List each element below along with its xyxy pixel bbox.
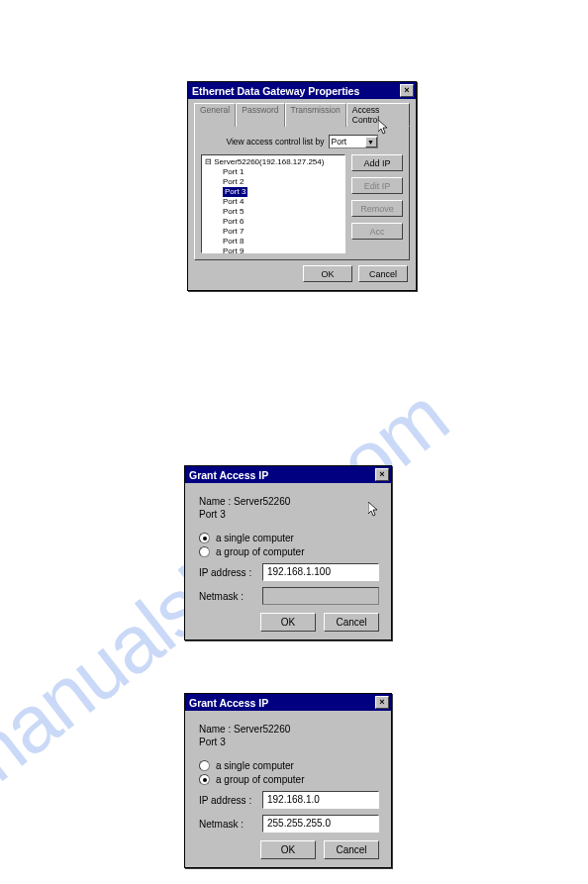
tab-access-control[interactable]: Access Control <box>346 103 410 127</box>
tab-panel: View access control list by Port ▼ ⊟ Ser… <box>194 126 410 260</box>
view-by-combo[interactable]: Port ▼ <box>329 135 378 148</box>
add-ip-button[interactable]: Add IP <box>351 154 403 171</box>
close-icon[interactable]: × <box>400 84 414 97</box>
radio-label: a group of computer <box>216 774 305 785</box>
title-text: Grant Access IP <box>189 469 268 481</box>
remove-button[interactable]: Remove <box>351 200 403 217</box>
radio-icon[interactable] <box>199 760 210 771</box>
radio-label: a single computer <box>216 533 294 543</box>
radio-icon[interactable] <box>199 533 210 543</box>
tree-item-port[interactable]: Port 7 <box>205 227 342 237</box>
acc-button[interactable]: Acc <box>351 223 403 240</box>
ok-button[interactable]: OK <box>260 613 316 632</box>
mask-input <box>262 587 379 605</box>
tree-item-port[interactable]: Port 5 <box>205 207 342 217</box>
info-block: Name : Server52260 Port 3 <box>199 723 379 748</box>
access-tree[interactable]: ⊟ Server52260(192.168.127.254) Port 1Por… <box>201 154 345 253</box>
ok-button[interactable]: OK <box>260 840 316 859</box>
titlebar: Grant Access IP × <box>185 694 391 711</box>
tab-general[interactable]: General <box>194 103 236 127</box>
cancel-button[interactable]: Cancel <box>324 613 379 632</box>
tab-transmission[interactable]: Transmission <box>285 103 346 127</box>
info-block: Name : Server52260 Port 3 <box>199 495 379 521</box>
cancel-button[interactable]: Cancel <box>358 265 408 282</box>
tree-item-port[interactable]: Port 4 <box>205 197 342 207</box>
tab-password[interactable]: Password <box>236 103 284 127</box>
tree-item-port[interactable]: Port 9 <box>205 246 342 256</box>
combo-value: Port <box>332 137 347 147</box>
gateway-properties-dialog: Ethernet Data Gateway Properties × Gener… <box>187 81 417 291</box>
grant-access-dialog-group: Grant Access IP × Name : Server52260 Por… <box>184 693 392 868</box>
grant-access-dialog-single: Grant Access IP × Name : Server52260 Por… <box>184 465 392 640</box>
title-text: Ethernet Data Gateway Properties <box>192 85 359 97</box>
radio-group[interactable]: a group of computer <box>199 774 379 785</box>
titlebar: Grant Access IP × <box>185 466 391 483</box>
chevron-down-icon[interactable]: ▼ <box>365 137 377 147</box>
radio-single[interactable]: a single computer <box>199 533 379 543</box>
radio-single[interactable]: a single computer <box>199 760 379 771</box>
close-icon[interactable]: × <box>375 696 389 709</box>
titlebar: Ethernet Data Gateway Properties × <box>188 82 416 99</box>
ip-input[interactable]: 192.168.1.0 <box>262 791 379 809</box>
ok-button[interactable]: OK <box>303 265 352 282</box>
edit-ip-button[interactable]: Edit IP <box>351 177 403 194</box>
ip-label: IP address : <box>199 795 254 806</box>
radio-icon[interactable] <box>199 546 210 557</box>
ip-label: IP address : <box>199 567 254 578</box>
title-text: Grant Access IP <box>189 697 268 709</box>
button-column: Add IP Edit IP Remove Acc <box>351 154 403 253</box>
ip-input[interactable]: 192.168.1.100 <box>262 563 379 581</box>
cancel-button[interactable]: Cancel <box>324 840 379 859</box>
tree-item-port[interactable]: Port 1 <box>205 167 342 177</box>
view-label: View access control list by <box>226 137 324 147</box>
mask-input[interactable]: 255.255.255.0 <box>262 815 379 833</box>
radio-label: a group of computer <box>216 546 305 557</box>
tree-root[interactable]: ⊟ Server52260(192.168.127.254) <box>205 157 342 167</box>
mask-label: Netmask : <box>199 591 254 602</box>
tree-item-port[interactable]: Port 2 <box>205 177 342 187</box>
radio-group[interactable]: a group of computer <box>199 546 379 557</box>
tab-strip: General Password Transmission Access Con… <box>194 102 410 126</box>
tree-item-port[interactable]: Port 8 <box>205 237 342 246</box>
tree-item-port[interactable]: Port 6 <box>205 217 342 227</box>
mask-label: Netmask : <box>199 819 254 830</box>
tree-item-port[interactable]: Port 3 <box>205 187 342 197</box>
radio-icon[interactable] <box>199 774 210 785</box>
close-icon[interactable]: × <box>375 468 389 481</box>
radio-label: a single computer <box>216 760 294 771</box>
